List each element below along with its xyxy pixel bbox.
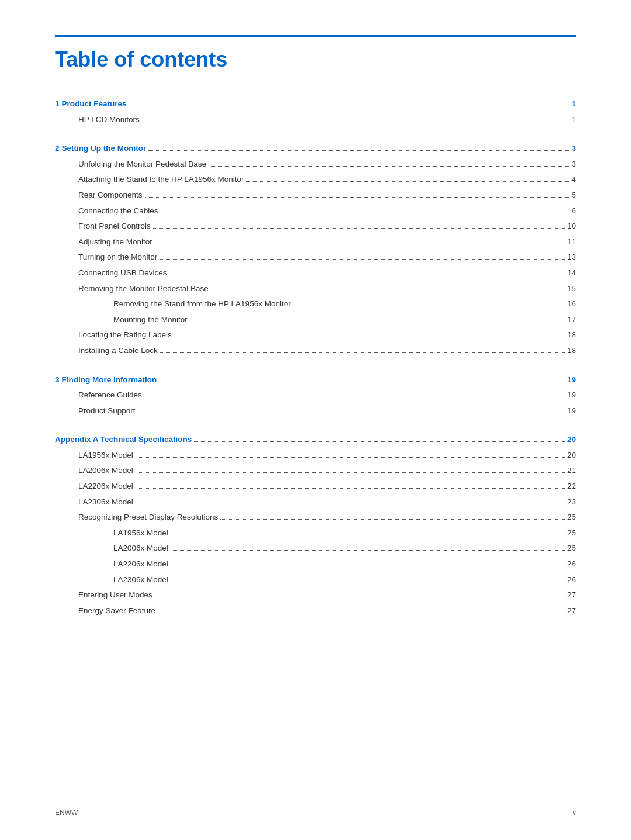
toc-entry-2-1: Attaching the Stand to the HP LA1956x Mo… [55, 173, 576, 186]
toc-entry-A-7: LA2206x Model26 [55, 558, 576, 571]
toc-entry-dots [155, 597, 565, 597]
toc-entry-A-8: LA2306x Model26 [55, 573, 576, 586]
toc-entry-dots [136, 457, 565, 458]
toc-heading-text-1: 1Product Features [55, 98, 127, 110]
toc-entry-text: LA1956x Model [113, 527, 168, 540]
toc-entry-page: 19 [567, 389, 576, 402]
toc-entry-dots [211, 291, 565, 291]
toc-entry-2-12: Installing a Cable Lock18 [55, 344, 576, 357]
toc-heading-text-2: 2Setting Up the Monitor [55, 142, 146, 155]
toc-entry-2-0: Unfolding the Monitor Pedestal Base3 [55, 158, 576, 171]
toc-entry-A-3: LA2306x Model23 [55, 496, 576, 509]
toc-entry-page: 18 [567, 344, 576, 357]
footer: ENWW v [55, 808, 576, 817]
toc-entry-2-3: Connecting the Cables6 [55, 205, 576, 217]
toc-entry-A-6: LA2006x Model25 [55, 542, 576, 555]
toc-entry-dots [171, 535, 565, 535]
toc-entry-text: Adjusting the Monitor [78, 236, 152, 248]
top-border [55, 35, 576, 37]
toc-entry-text: Front Panel Controls [78, 220, 151, 233]
toc-entry-dots [136, 488, 565, 489]
toc-entry-2-4: Front Panel Controls10 [55, 220, 576, 233]
toc-entry-2-10: Mounting the Monitor17 [55, 313, 576, 326]
toc-entry-page: 18 [567, 329, 576, 341]
toc-entry-dots [142, 122, 570, 122]
toc-entry-page: 6 [571, 205, 576, 217]
toc-entry-dots [190, 322, 565, 322]
toc-entry-text: LA2006x Model [113, 542, 168, 555]
toc-entry-text: Reference Guides [78, 389, 142, 402]
toc-entry-page: 25 [567, 542, 576, 555]
toc-entry-text: LA1956x Model [78, 449, 133, 462]
toc-entry-A-1: LA2006x Model21 [55, 464, 576, 477]
toc-entry-1-0: HP LCD Monitors1 [55, 113, 576, 126]
toc-entry-2-5: Adjusting the Monitor11 [55, 236, 576, 248]
toc-entry-text: Energy Saver Feature [78, 604, 155, 617]
toc-entry-page: 19 [567, 405, 576, 417]
toc-entry-page: 25 [567, 511, 576, 524]
toc-entry-dots [161, 213, 570, 213]
toc-section-2: 2Setting Up the Monitor3Unfolding the Mo… [55, 142, 576, 357]
toc-section-1: 1Product Features1HP LCD Monitors1 [55, 98, 576, 126]
toc-section-A: Appendix A Technical Specifications20LA1… [55, 433, 576, 617]
toc-entry-2-7: Connecting USB Devices14 [55, 267, 576, 279]
toc-entry-dots [153, 228, 565, 229]
toc-entry-3-1: Product Support19 [55, 405, 576, 417]
toc-entry-dots [171, 550, 565, 551]
toc-entry-dots [155, 244, 565, 244]
toc-heading-text-A: Appendix A Technical Specifications [55, 433, 192, 446]
toc-heading-A: Appendix A Technical Specifications20 [55, 433, 576, 446]
toc-entry-text: Mounting the Monitor [113, 313, 188, 326]
toc-entry-page: 14 [567, 267, 576, 279]
toc-entry-page: 20 [567, 449, 576, 462]
toc-entry-text: Attaching the Stand to the HP LA1956x Mo… [78, 173, 244, 186]
toc-entry-dots [171, 566, 565, 566]
toc-entry-page: 10 [567, 220, 576, 233]
toc-entry-2-8: Removing the Monitor Pedestal Base15 [55, 282, 576, 295]
toc-entry-A-5: LA1956x Model25 [55, 527, 576, 540]
toc-entry-page: 4 [571, 173, 576, 186]
toc-entry-text: Connecting USB Devices [78, 267, 167, 279]
toc-entry-text: HP LCD Monitors [78, 113, 140, 126]
toc-entry-page: 22 [567, 480, 576, 493]
toc-entry-2-9: Removing the Stand from the HP LA1956x M… [55, 298, 576, 310]
toc-entry-A-9: Entering User Modes27 [55, 589, 576, 602]
toc-heading-2: 2Setting Up the Monitor3 [55, 142, 576, 155]
toc-entry-page: 13 [567, 251, 576, 264]
toc-entry-dots [209, 166, 569, 167]
toc-entry-page: 21 [567, 464, 576, 477]
toc-entry-page: 16 [567, 298, 576, 310]
toc-entry-text: LA2006x Model [78, 464, 133, 477]
toc-page-A: 20 [567, 433, 576, 446]
footer-left: ENWW [55, 808, 78, 817]
toc-dots [148, 150, 569, 151]
toc-entry-page: 27 [567, 604, 576, 617]
toc-entry-2-6: Turning on the Monitor13 [55, 251, 576, 264]
toc-entry-A-0: LA1956x Model20 [55, 449, 576, 462]
toc-entry-dots [136, 472, 565, 473]
toc-entry-2-11: Locating the Rating Labels18 [55, 329, 576, 341]
toc-entry-dots [171, 582, 565, 582]
toc-entry-dots [174, 337, 565, 337]
toc-entry-dots [160, 352, 565, 353]
toc-entry-A-2: LA2206x Model22 [55, 480, 576, 493]
toc-entry-text: Product Support [78, 405, 136, 417]
toc-entry-text: LA2206x Model [78, 480, 133, 493]
toc-entry-text: Installing a Cable Lock [78, 344, 158, 357]
toc-heading-text-3: 3Finding More Information [55, 374, 157, 386]
toc-entry-page: 23 [567, 496, 576, 509]
toc-entry-dots [145, 197, 570, 198]
toc-dots [194, 441, 565, 442]
toc-entry-text: Connecting the Cables [78, 205, 158, 217]
toc-entry-dots [246, 181, 569, 182]
toc-entry-page: 17 [567, 313, 576, 326]
toc-entry-page: 25 [567, 527, 576, 540]
toc-entry-A-4: Recognizing Preset Display Resolutions25 [55, 511, 576, 524]
toc-content: 1Product Features1HP LCD Monitors12Setti… [55, 98, 576, 617]
toc-page-1: 1 [571, 98, 576, 110]
toc-entry-text: Removing the Stand from the HP LA1956x M… [113, 298, 291, 310]
toc-page-2: 3 [571, 142, 576, 155]
toc-dots [159, 382, 565, 382]
toc-entry-dots [158, 613, 565, 613]
toc-entry-page: 5 [571, 189, 576, 202]
